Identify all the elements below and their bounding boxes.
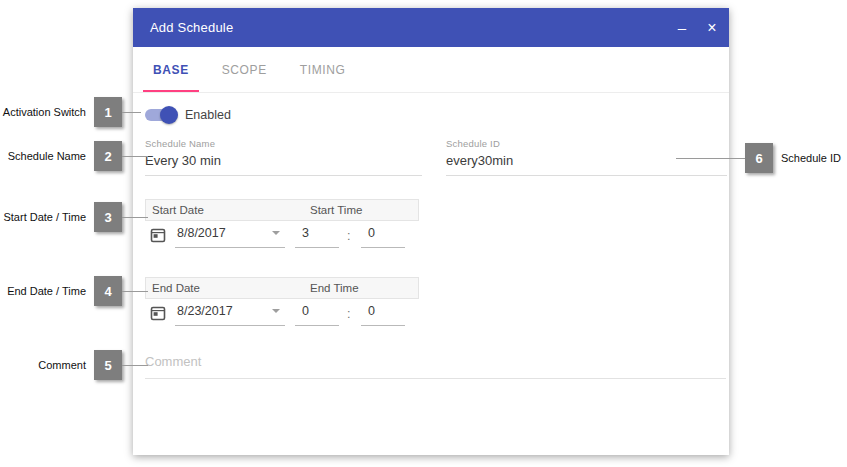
start-minute-value: 0: [368, 226, 375, 240]
schedule-name-label: Schedule Name: [145, 138, 422, 149]
start-date-value: 8/8/2017: [177, 226, 226, 240]
callout-label: Start Date / Time: [0, 211, 86, 223]
activation-toggle[interactable]: [142, 106, 178, 124]
minimize-icon[interactable]: –: [667, 8, 697, 47]
comment-placeholder: Comment: [145, 354, 201, 369]
end-time-separator: :: [347, 307, 350, 321]
end-date-dropdown-icon[interactable]: [272, 309, 280, 313]
close-icon[interactable]: ×: [697, 8, 727, 47]
callout-schedule-id: 6 Schedule ID: [676, 143, 841, 173]
callout-number-badge: 5: [94, 350, 122, 380]
callout-number-badge: 6: [745, 143, 773, 173]
toggle-thumb: [160, 106, 178, 124]
start-calendar-icon[interactable]: [150, 227, 166, 243]
end-time-header: End Time: [310, 282, 359, 294]
window-buttons: – ×: [667, 8, 729, 47]
tab-bar: BASE SCOPE TIMING: [133, 47, 729, 93]
callout-label: Schedule Name: [0, 150, 86, 162]
callout-label: Activation Switch: [0, 106, 86, 118]
schedule-name-field[interactable]: Schedule Name Every 30 min: [145, 138, 422, 176]
end-date-select[interactable]: 8/23/2017: [175, 302, 285, 326]
callout-number-badge: 3: [94, 202, 122, 232]
callout-schedule-name: Schedule Name 2: [0, 141, 148, 171]
callout-connector-line: [122, 112, 141, 113]
callout-end-date-time: End Date / Time 4: [0, 276, 148, 306]
start-time-separator: :: [347, 229, 350, 243]
end-minute-value: 0: [368, 304, 375, 318]
dialog-titlebar: Add Schedule – ×: [133, 8, 729, 47]
start-date-header: Start Date: [152, 204, 204, 216]
start-hour-value: 3: [302, 226, 309, 240]
end-header-strip: End Date End Time: [145, 277, 419, 299]
start-date-select[interactable]: 8/8/2017: [175, 224, 285, 248]
end-hour-input[interactable]: 0: [295, 302, 339, 326]
start-hour-input[interactable]: 3: [295, 224, 339, 248]
callout-connector-line: [122, 365, 148, 366]
callout-label: End Date / Time: [0, 285, 86, 297]
start-header-strip: Start Date Start Time: [145, 199, 419, 221]
callout-connector-line: [122, 156, 148, 157]
callout-label: Schedule ID: [781, 152, 841, 164]
end-date-value: 8/23/2017: [177, 304, 233, 318]
tab-base[interactable]: BASE: [143, 47, 199, 92]
end-calendar-icon[interactable]: [150, 305, 166, 321]
callout-start-date-time: Start Date / Time 3: [0, 202, 148, 232]
screenshot-canvas: Add Schedule – × BASE SCOPE TIMING Enabl…: [0, 0, 847, 467]
end-date-header: End Date: [152, 282, 200, 294]
callout-number-badge: 1: [94, 97, 122, 127]
callout-number-badge: 2: [94, 141, 122, 171]
callout-label: Comment: [0, 359, 86, 371]
schedule-name-value: Every 30 min: [145, 153, 422, 168]
start-time-header: Start Time: [310, 204, 362, 216]
start-date-dropdown-icon[interactable]: [272, 231, 280, 235]
end-minute-input[interactable]: 0: [361, 302, 405, 326]
callout-comment: Comment 5: [0, 350, 148, 380]
dialog-title: Add Schedule: [150, 20, 233, 35]
tab-scope[interactable]: SCOPE: [212, 47, 277, 92]
callout-connector-line: [676, 158, 745, 159]
callout-connector-line: [122, 217, 148, 218]
add-schedule-dialog: Add Schedule – × BASE SCOPE TIMING Enabl…: [133, 8, 729, 455]
tab-timing[interactable]: TIMING: [290, 47, 356, 92]
end-hour-value: 0: [302, 304, 309, 318]
comment-input[interactable]: Comment: [145, 354, 726, 379]
start-minute-input[interactable]: 0: [361, 224, 405, 248]
callout-number-badge: 4: [94, 276, 122, 306]
callout-activation-switch: Activation Switch 1: [0, 97, 141, 127]
callout-connector-line: [122, 291, 148, 292]
toggle-state-label: Enabled: [185, 108, 231, 122]
